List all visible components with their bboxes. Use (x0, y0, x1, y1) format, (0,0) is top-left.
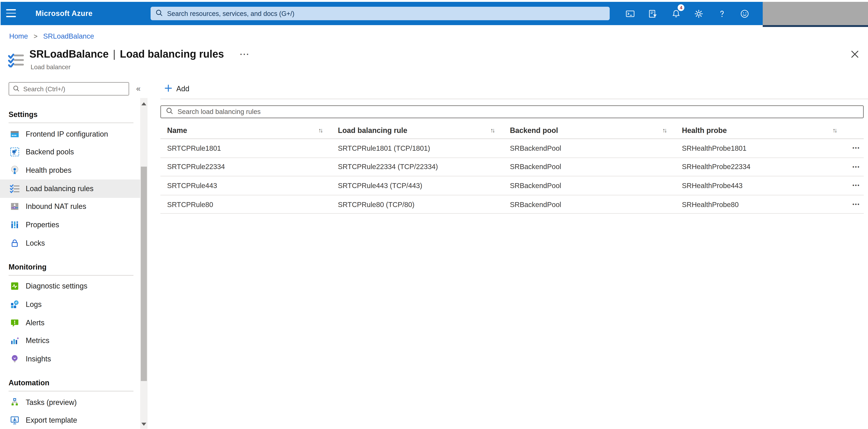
global-search-input[interactable]: Search resources, services, and docs (G+… (151, 7, 610, 20)
section-divider (8, 122, 133, 123)
sidebar-item-health-probes[interactable]: Health probes (0, 161, 140, 179)
health-probes-icon (10, 165, 20, 175)
column-label: Health probe (682, 126, 727, 135)
diagnostics-icon (10, 281, 20, 291)
sidebar-section-automation: Automation (0, 377, 140, 389)
sidebar-item-label: Properties (26, 221, 59, 229)
page-title-section: Load balancing rules (120, 48, 224, 60)
row-menu-button[interactable]: ••• (839, 183, 864, 188)
column-header-name[interactable]: Name↑↓ (167, 126, 338, 135)
table-row-srtcprule80[interactable]: SRTCPRule80SRTCPRule80 (TCP/80)SRBackend… (160, 195, 864, 214)
scrollbar-up-arrow-icon[interactable] (142, 102, 146, 105)
add-button[interactable]: Add (165, 83, 189, 95)
cell-name: SRTCPRule1801 (167, 144, 338, 152)
help-icon[interactable] (715, 2, 729, 25)
column-header-health-probe[interactable]: Health probe↑↓ (682, 126, 839, 135)
account-menu-redacted[interactable] (763, 2, 868, 25)
page-title: SRLoadBalance|Load balancing rules··· (29, 48, 250, 61)
more-button[interactable]: ··· (240, 50, 250, 59)
cell-rule: SRTCPRule1801 (TCP/1801) (338, 144, 510, 152)
sort-icon[interactable]: ↑↓ (833, 127, 836, 134)
sidebar-item-alerts[interactable]: Alerts (0, 314, 140, 332)
sidebar-item-label: Diagnostic settings (26, 282, 87, 291)
notification-badge: 4 (678, 4, 685, 11)
sidebar-search-input[interactable]: Search (Ctrl+/) (8, 82, 129, 95)
column-label: Load balancing rule (338, 126, 407, 135)
sidebar-item-label: Locks (26, 239, 45, 247)
column-header-backend-pool[interactable]: Backend pool↑↓ (510, 126, 682, 135)
sidebar-item-label: Alerts (26, 318, 44, 327)
table-row-srtcprule1801[interactable]: SRTCPRule1801SRTCPRule1801 (TCP/1801)SRB… (160, 139, 864, 158)
sidebar-item-properties[interactable]: Properties (0, 216, 140, 234)
sidebar-search-placeholder: Search (Ctrl+/) (23, 85, 65, 92)
sidebar-item-label: Export template (26, 416, 77, 425)
directory-filter-icon[interactable] (646, 2, 660, 25)
command-bar-divider (160, 98, 868, 99)
top-bar: Microsoft Azure Search resources, servic… (1, 2, 868, 25)
cell-rule: SRTCPRule22334 (TCP/22334) (338, 163, 510, 171)
sidebar-item-label: Backend pools (26, 148, 74, 156)
lb-rules-icon (10, 183, 20, 193)
scrollbar-down-arrow-icon[interactable] (142, 423, 146, 426)
portal-menu-icon[interactable] (6, 9, 16, 17)
section-divider (8, 391, 133, 392)
close-icon[interactable] (851, 50, 859, 61)
sort-icon[interactable]: ↑↓ (662, 127, 666, 134)
search-icon (155, 9, 163, 18)
insights-icon (10, 354, 20, 364)
plus-icon (165, 83, 172, 94)
column-header-load-balancing-rule[interactable]: Load balancing rule↑↓ (338, 126, 510, 135)
section-divider (8, 275, 133, 276)
sidebar-item-tasks-preview[interactable]: Tasks (preview) (0, 393, 140, 411)
collapse-sidebar-button[interactable]: « (134, 84, 143, 93)
cell-health-probe: SRHealthProbe22334 (682, 163, 839, 171)
sidebar-menu: SettingsFrontend IP configurationBackend… (0, 109, 140, 429)
sidebar-item-backend-pools[interactable]: Backend pools (0, 143, 140, 161)
feedback-smiley-icon[interactable] (738, 2, 752, 25)
sidebar-item-inbound-nat-rules[interactable]: Inbound NAT rules (0, 198, 140, 216)
table-row-srtcprule443[interactable]: SRTCPRule443SRTCPRule443 (TCP/443)SRBack… (160, 177, 864, 195)
sidebar-item-logs[interactable]: Logs (0, 295, 140, 314)
brand-microsoft-azure[interactable]: Microsoft Azure (35, 2, 93, 25)
sort-icon[interactable]: ↑↓ (318, 127, 322, 134)
settings-gear-icon[interactable] (691, 2, 706, 25)
sidebar-scrollbar[interactable] (140, 98, 148, 429)
row-menu-button[interactable]: ••• (839, 202, 864, 207)
sidebar-item-frontend-ip-configuration[interactable]: Frontend IP configuration (0, 125, 140, 143)
backend-pools-icon (10, 147, 20, 157)
row-menu-button[interactable]: ••• (839, 164, 864, 170)
cloud-shell-icon[interactable] (623, 2, 637, 25)
breadcrumb-resource[interactable]: SRLoadBalance (43, 32, 94, 40)
properties-icon (10, 220, 20, 230)
global-search-placeholder: Search resources, services, and docs (G+… (167, 10, 294, 17)
sidebar-section-settings: Settings (0, 109, 140, 120)
sidebar-item-diagnostic-settings[interactable]: Diagnostic settings (0, 277, 140, 295)
rules-search-placeholder: Search load balancing rules (178, 108, 260, 115)
sidebar-item-locks[interactable]: Locks (0, 234, 140, 252)
sidebar-item-label: Health probes (26, 166, 71, 175)
sidebar-item-metrics[interactable]: Metrics (0, 332, 140, 350)
cell-health-probe: SRHealthProbe1801 (682, 144, 839, 152)
locks-icon (10, 238, 20, 248)
sidebar-item-label: Load balancing rules (26, 184, 93, 193)
column-label: Backend pool (510, 126, 558, 135)
cell-name: SRTCPRule443 (167, 182, 338, 189)
sidebar-item-export-template[interactable]: Export template (0, 411, 140, 429)
sidebar-section-monitoring: Monitoring (0, 261, 140, 273)
account-box-shadow (763, 25, 868, 27)
sidebar-item-label: Inbound NAT rules (26, 202, 86, 211)
breadcrumb-separator: > (34, 32, 37, 40)
sidebar-item-label: Tasks (preview) (26, 398, 77, 406)
sidebar-item-insights[interactable]: Insights (0, 350, 140, 368)
notifications-bell-icon[interactable]: 4 (669, 2, 683, 25)
inbound-nat-icon (10, 202, 20, 211)
table-row-srtcprule22334[interactable]: SRTCPRule22334SRTCPRule22334 (TCP/22334)… (160, 158, 864, 177)
search-icon (166, 106, 173, 117)
row-menu-button[interactable]: ••• (839, 145, 864, 151)
breadcrumb-home[interactable]: Home (9, 32, 28, 40)
sidebar-item-load-balancing-rules[interactable]: Load balancing rules (0, 179, 140, 198)
sort-icon[interactable]: ↑↓ (490, 127, 494, 134)
cell-rule: SRTCPRule80 (TCP/80) (338, 201, 510, 208)
rules-search-input[interactable]: Search load balancing rules (160, 105, 864, 118)
scrollbar-thumb[interactable] (141, 167, 147, 381)
